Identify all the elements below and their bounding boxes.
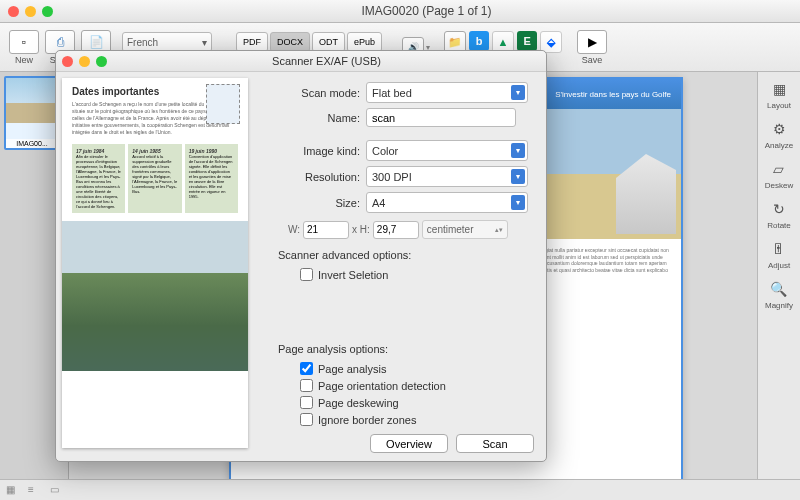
overview-button[interactable]: Overview — [370, 434, 448, 453]
building-image — [616, 154, 676, 234]
stamp-image — [206, 84, 240, 124]
dest-evernote-icon[interactable]: E — [517, 31, 537, 51]
format-odt[interactable]: ODT — [312, 32, 345, 52]
scan-preview: Dates importantes L'accord de Schengen a… — [56, 72, 266, 461]
analyze-tool[interactable]: ⚙Analyze — [765, 118, 793, 150]
bottom-bar: ▦ ≡ ▭ — [0, 479, 800, 500]
resolution-select[interactable]: 300 DPI▾ — [366, 166, 528, 187]
scanner-dialog: Scanner EX/AF (USB) Dates importantes L'… — [55, 50, 547, 462]
page-analysis-checkbox[interactable]: Page analysis — [300, 362, 534, 375]
dest-box-icon[interactable]: b — [469, 31, 489, 51]
invert-checkbox[interactable]: Invert Seletion — [300, 268, 534, 281]
dialog-traffic-lights[interactable] — [62, 56, 107, 67]
name-input[interactable] — [366, 108, 516, 127]
window-title: IMAG0020 (Page 1 of 1) — [53, 4, 800, 18]
dialog-title: Scanner EX/AF (USB) — [107, 55, 546, 67]
format-group: PDF DOCX ODT ePub — [236, 32, 382, 52]
new-button[interactable]: ▫New — [8, 30, 40, 65]
size-select[interactable]: A4▾ — [366, 192, 528, 213]
width-input[interactable] — [303, 221, 349, 239]
traffic-lights[interactable] — [8, 6, 53, 17]
tools-sidebar: ▦Layout ⚙Analyze ▱Deskew ↻Rotate 🎚Adjust… — [757, 72, 800, 479]
landscape-image — [62, 221, 248, 371]
format-docx[interactable]: DOCX — [270, 32, 310, 52]
view-list-icon[interactable]: ≡ — [28, 484, 42, 496]
ignore-border-checkbox[interactable]: Ignore border zones — [300, 413, 534, 426]
scan-button-dialog[interactable]: Scan — [456, 434, 534, 453]
language-select[interactable]: French▾ — [122, 32, 212, 52]
main-titlebar: IMAG0020 (Page 1 of 1) — [0, 0, 800, 23]
magnify-tool[interactable]: 🔍Magnify — [765, 278, 793, 310]
scan-mode-select[interactable]: Flat bed▾ — [366, 82, 528, 103]
layout-tool[interactable]: ▦Layout — [767, 78, 791, 110]
image-kind-select[interactable]: Color▾ — [366, 140, 528, 161]
page-thumbnail[interactable]: IMAG00... — [4, 76, 60, 150]
height-input[interactable] — [373, 221, 419, 239]
format-epub[interactable]: ePub — [347, 32, 382, 52]
view-grid-icon[interactable]: ▦ — [6, 484, 20, 496]
rotate-tool[interactable]: ↻Rotate — [767, 198, 791, 230]
view-page-icon[interactable]: ▭ — [50, 484, 64, 496]
deskew-checkbox[interactable]: Page deskewing — [300, 396, 534, 409]
unit-select[interactable]: centimeter▴▾ — [422, 220, 508, 239]
format-pdf[interactable]: PDF — [236, 32, 268, 52]
deskew-tool[interactable]: ▱Deskew — [765, 158, 793, 190]
orientation-checkbox[interactable]: Page orientation detection — [300, 379, 534, 392]
save-button[interactable]: ▶Save — [576, 30, 608, 65]
adjust-tool[interactable]: 🎚Adjust — [767, 238, 791, 270]
